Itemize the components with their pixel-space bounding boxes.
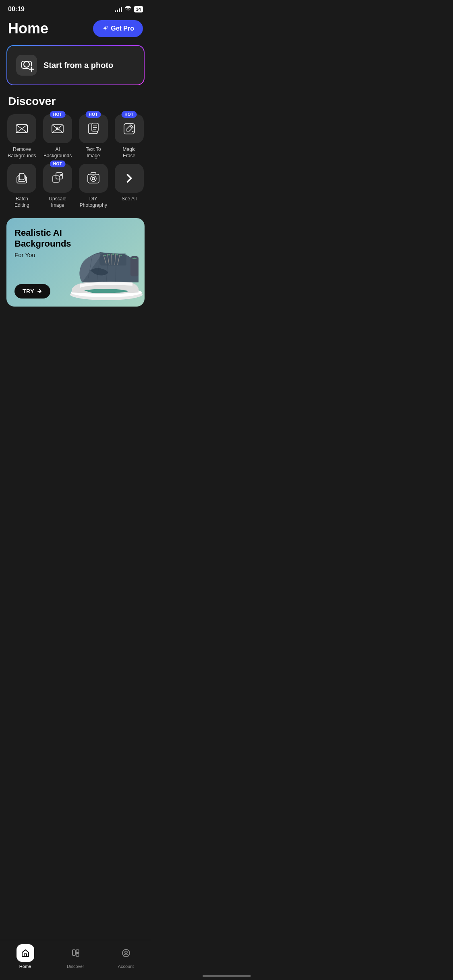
magic-erase-label: MagicErase bbox=[123, 146, 136, 159]
ai-bg-hot-badge: HOT bbox=[50, 111, 66, 118]
get-pro-button[interactable]: Get Pro bbox=[93, 20, 143, 37]
svg-point-45 bbox=[120, 255, 122, 256]
batch-editing-icon-box bbox=[7, 164, 36, 193]
chevron-right-icon bbox=[122, 171, 137, 185]
ai-bg-label: AIBackgrounds bbox=[43, 146, 72, 159]
start-photo-card[interactable]: Start from a photo bbox=[6, 45, 145, 85]
grid-item-magic-erase[interactable]: HOT MagicErase bbox=[114, 114, 145, 159]
status-time: 00:19 bbox=[8, 6, 25, 13]
upscale-label: UpscaleImage bbox=[49, 196, 66, 208]
svg-rect-0 bbox=[16, 55, 37, 76]
page-title: Home bbox=[8, 20, 48, 37]
try-arrow-icon bbox=[37, 288, 42, 294]
text-to-image-icon-box: HOT bbox=[79, 114, 108, 143]
photo-icon bbox=[16, 55, 37, 76]
status-icons: 34 bbox=[115, 6, 143, 13]
banner-section: Realistic AIBackgrounds For You TRY bbox=[0, 218, 151, 315]
remove-bg-icon-box bbox=[7, 114, 36, 143]
ai-bg-icon-box: HOT AI bbox=[43, 114, 72, 143]
svg-rect-15 bbox=[92, 123, 98, 131]
remove-bg-icon bbox=[14, 121, 29, 136]
try-label: TRY bbox=[23, 288, 34, 294]
svg-point-28 bbox=[92, 177, 95, 180]
start-photo-label: Start from a photo bbox=[43, 61, 113, 70]
svg-text:AI: AI bbox=[56, 127, 60, 131]
wifi-icon bbox=[124, 6, 132, 13]
batch-editing-label: BatchEditing bbox=[14, 196, 29, 208]
grid-item-remove-bg[interactable]: RemoveBackgrounds bbox=[6, 114, 37, 159]
svg-rect-35 bbox=[100, 253, 126, 266]
magic-erase-icon bbox=[122, 121, 137, 136]
get-pro-label: Get Pro bbox=[111, 25, 134, 32]
banner-text-area: Realistic AIBackgrounds For You bbox=[14, 228, 71, 258]
upscale-icon bbox=[50, 171, 65, 185]
svg-rect-46 bbox=[130, 256, 139, 276]
svg-point-27 bbox=[91, 176, 96, 181]
grid-item-upscale-image[interactable]: HOT UpscaleImage bbox=[42, 164, 73, 208]
sparkle-icon bbox=[102, 25, 108, 32]
svg-line-38 bbox=[112, 254, 112, 265]
grid-item-see-all[interactable]: See All bbox=[114, 164, 145, 208]
svg-point-42 bbox=[108, 254, 110, 255]
svg-point-43 bbox=[112, 253, 114, 255]
status-bar: 00:19 34 bbox=[0, 0, 151, 16]
banner-title: Realistic AIBackgrounds bbox=[14, 228, 71, 249]
header: Home Get Pro bbox=[0, 16, 151, 45]
svg-line-20 bbox=[130, 126, 132, 128]
discover-section: Discover RemoveBackgrounds HOT bbox=[0, 95, 151, 218]
grid-item-diy-photography[interactable]: DIYPhotography bbox=[78, 164, 109, 208]
svg-point-44 bbox=[116, 254, 118, 255]
diy-photo-label: DIYPhotography bbox=[80, 196, 107, 208]
battery-indicator: 34 bbox=[134, 6, 143, 12]
diy-photo-icon bbox=[86, 171, 101, 185]
remove-bg-label: RemoveBackgrounds bbox=[8, 146, 36, 159]
upscale-icon-box: HOT bbox=[43, 164, 72, 193]
text-to-image-hot-badge: HOT bbox=[86, 111, 101, 118]
svg-point-41 bbox=[104, 255, 106, 256]
see-all-label: See All bbox=[122, 196, 137, 202]
upscale-hot-badge: HOT bbox=[50, 161, 66, 167]
see-all-icon-box bbox=[115, 164, 144, 193]
banner-image bbox=[60, 226, 145, 307]
discover-grid: RemoveBackgrounds HOT AI AIBackgrounds H… bbox=[0, 114, 151, 218]
grid-item-text-to-image[interactable]: HOT Text ToImage bbox=[78, 114, 109, 159]
magic-erase-hot-badge: HOT bbox=[121, 111, 137, 118]
text-to-image-label: Text ToImage bbox=[86, 146, 101, 159]
diy-photo-icon-box bbox=[79, 164, 108, 193]
magic-erase-icon-box: HOT bbox=[115, 114, 144, 143]
text-to-image-icon bbox=[86, 121, 101, 136]
try-button[interactable]: TRY bbox=[14, 284, 50, 299]
banner-subtitle: For You bbox=[14, 251, 71, 258]
grid-item-batch-editing[interactable]: BatchEditing bbox=[6, 164, 37, 208]
svg-rect-23 bbox=[19, 173, 24, 180]
svg-rect-19 bbox=[124, 124, 134, 134]
batch-editing-icon bbox=[14, 171, 29, 185]
banner-card[interactable]: Realistic AIBackgrounds For You TRY bbox=[6, 218, 145, 307]
signal-icon bbox=[115, 6, 122, 12]
grid-item-ai-backgrounds[interactable]: HOT AI AIBackgrounds bbox=[42, 114, 73, 159]
ai-bg-icon: AI bbox=[50, 121, 65, 136]
